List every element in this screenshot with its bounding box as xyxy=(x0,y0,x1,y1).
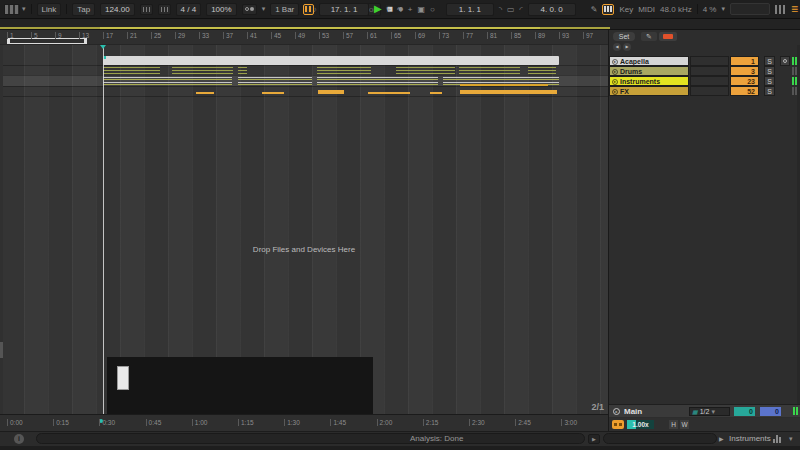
unfold-track-icon[interactable]: ▸ xyxy=(612,89,618,95)
main-unfold-icon[interactable]: ▸ xyxy=(613,408,620,415)
cue-volume-slider[interactable]: 0 xyxy=(734,407,755,416)
next-locator-button[interactable]: ▶ xyxy=(623,43,631,51)
loop-start-field[interactable]: 1. 1. 1 xyxy=(446,3,494,16)
main-track-name[interactable]: Main xyxy=(624,407,642,416)
bar-number: 93 xyxy=(559,32,569,39)
arrangement-position-field[interactable]: 17. 1. 1 xyxy=(319,3,369,16)
pane-layout-menu[interactable]: ▾ xyxy=(4,4,26,15)
follow-button[interactable] xyxy=(303,4,314,15)
back-to-arrangement-button[interactable] xyxy=(659,32,677,41)
loop-length-field[interactable]: 4. 0. 0 xyxy=(528,3,576,16)
draw-pencil-button[interactable]: ✎ xyxy=(641,32,657,41)
midi-overdub-button[interactable]: + xyxy=(386,5,391,14)
play-button[interactable]: ▶ xyxy=(374,4,382,14)
track-activator-button[interactable]: 1 xyxy=(730,56,759,66)
context-track-selector[interactable]: Instruments xyxy=(729,434,771,443)
automation-arm-button[interactable]: ∿ xyxy=(396,5,403,14)
arrangement-overview[interactable] xyxy=(0,19,800,30)
track-name[interactable]: Acapella▸ xyxy=(609,56,689,66)
capture-midi-button[interactable]: ▣ xyxy=(418,5,426,14)
optimize-height-button[interactable]: H xyxy=(669,420,678,429)
groove-pool-badge[interactable] xyxy=(612,420,624,429)
tempo-field[interactable]: 124.00 xyxy=(100,3,134,16)
track-activator-button[interactable]: 52 xyxy=(730,86,759,96)
link-button[interactable]: Link xyxy=(37,3,62,16)
levels-dropdown-icon[interactable]: ▾ xyxy=(789,435,793,443)
left-scroll-handle[interactable] xyxy=(0,342,3,358)
solo-button[interactable]: S xyxy=(764,66,775,76)
draw-mode-button[interactable]: ✎ xyxy=(591,5,598,14)
optimize-width-button[interactable]: W xyxy=(680,420,689,429)
clip-fx[interactable] xyxy=(262,92,284,94)
metronome-dropdown[interactable]: ▾ xyxy=(262,5,266,13)
track-activator-button[interactable]: 23 xyxy=(730,76,759,86)
track-name[interactable]: Instruments▸ xyxy=(609,76,689,86)
clip-instruments[interactable] xyxy=(317,77,438,85)
groove-amount-field[interactable]: 100% xyxy=(206,3,236,16)
arrangement-area[interactable]: Drop Files and Devices Here 2/1 xyxy=(0,45,608,414)
metronome-button[interactable] xyxy=(242,4,257,15)
track-header-row: Drums▸3S xyxy=(609,66,800,76)
clip-fx[interactable] xyxy=(368,92,410,94)
clip-fx[interactable] xyxy=(196,92,214,94)
track-name[interactable]: Drums▸ xyxy=(609,66,689,76)
expand-status-button[interactable]: ▶ xyxy=(588,434,600,444)
clip-fx[interactable] xyxy=(318,90,344,94)
unfold-track-icon[interactable]: ▸ xyxy=(612,69,618,75)
key-map-button[interactable]: Key xyxy=(619,5,633,14)
clip-drums[interactable] xyxy=(528,67,556,75)
unfold-track-icon[interactable]: ▸ xyxy=(612,59,618,65)
horizontal-scrollbar[interactable] xyxy=(0,446,800,450)
playback-speed-field[interactable]: 1.00x xyxy=(627,420,654,429)
time-ruler[interactable]: 0:000:150:300:451:001:151:301:452:002:15… xyxy=(0,414,608,431)
clip-drums[interactable] xyxy=(238,67,247,75)
solo-button[interactable]: S xyxy=(764,86,775,96)
arm-button[interactable] xyxy=(780,56,790,66)
info-icon[interactable]: i xyxy=(14,434,24,444)
set-locator-button[interactable]: Set xyxy=(613,32,635,41)
main-track-header[interactable]: ▸ Main ▦ 1/2 ▾ 0 0 xyxy=(609,404,800,417)
levels-icon[interactable] xyxy=(773,435,785,443)
loop-button[interactable]: ▭ xyxy=(507,5,515,14)
beat-time-ruler[interactable]: 1591317212529333741454953576165697377818… xyxy=(0,30,608,45)
loop-brace[interactable] xyxy=(7,38,87,44)
clip-drums[interactable] xyxy=(317,67,371,75)
clip-instruments[interactable] xyxy=(103,77,232,85)
clip-drums[interactable] xyxy=(103,67,160,75)
nudge-down-button[interactable] xyxy=(140,4,153,15)
unfold-track-icon[interactable]: ▸ xyxy=(612,79,618,85)
midi-map-button[interactable]: MIDI xyxy=(638,5,655,14)
track-automation-cell xyxy=(690,86,729,96)
time-signature-field[interactable]: 4 / 4 xyxy=(176,3,202,16)
clip-fx[interactable] xyxy=(546,90,557,94)
clip-drums[interactable] xyxy=(396,67,455,75)
computer-midi-keyboard-button[interactable] xyxy=(602,4,614,15)
clip-fx[interactable] xyxy=(460,90,548,94)
solo-button[interactable]: S xyxy=(764,76,775,86)
nudge-up-button[interactable] xyxy=(158,4,171,15)
clip-instruments-accent[interactable] xyxy=(460,84,548,86)
clip-drums[interactable] xyxy=(172,67,233,75)
main-grid-menu[interactable]: ▦ 1/2 ▾ xyxy=(689,407,730,416)
clip-drums[interactable] xyxy=(459,67,520,75)
drop-hint-text: Drop Files and Devices Here xyxy=(0,245,608,254)
clip-instruments[interactable] xyxy=(238,77,312,85)
main-volume-slider[interactable]: 0 xyxy=(760,407,781,416)
bar-number: 73 xyxy=(439,32,449,39)
track-name[interactable]: FX▸ xyxy=(609,86,689,96)
clip-acapella[interactable] xyxy=(103,56,559,65)
previous-locator-button[interactable]: ◀ xyxy=(613,43,621,51)
main-grid-value: 1/2 xyxy=(700,408,710,415)
punch-out-button[interactable]: ◜ xyxy=(520,5,523,14)
clip-fx[interactable] xyxy=(430,92,442,94)
tap-tempo-button[interactable]: Tap xyxy=(72,3,95,16)
session-record-button[interactable]: ○ xyxy=(430,5,435,14)
cpu-dropdown[interactable]: ▾ xyxy=(721,5,725,13)
track-activator-button[interactable]: 3 xyxy=(730,66,759,76)
re-enable-automation-button[interactable]: + xyxy=(408,5,413,14)
bar-number: 57 xyxy=(343,32,353,39)
punch-in-button[interactable]: ◝ xyxy=(499,5,502,14)
menu-icon[interactable]: ≡ xyxy=(791,4,798,14)
quantization-menu[interactable]: 1 Bar xyxy=(270,3,299,16)
solo-button[interactable]: S xyxy=(764,56,775,66)
